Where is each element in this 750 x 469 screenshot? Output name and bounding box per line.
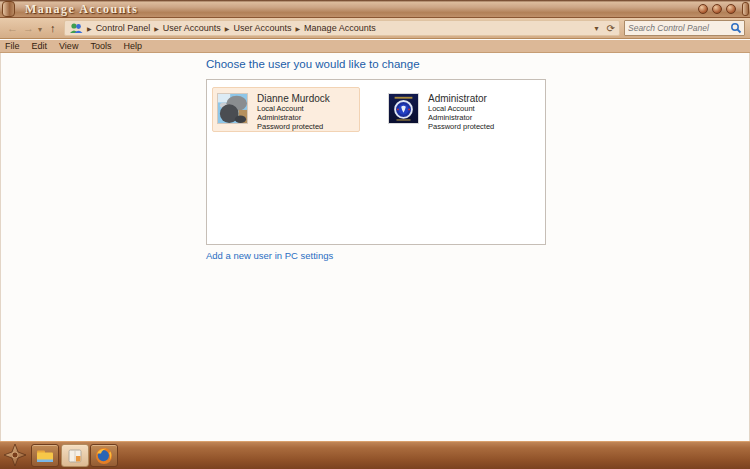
search-icon[interactable] [730, 22, 742, 34]
breadcrumb-separator-icon: ▶ [295, 25, 300, 32]
close-button[interactable] [726, 4, 736, 14]
forward-icon[interactable]: → [23, 21, 34, 35]
breadcrumb-separator-icon: ▶ [225, 25, 230, 32]
menu-tools[interactable]: Tools [90, 41, 120, 51]
window-title: Manage Accounts [25, 2, 139, 17]
titlebar-endcap [742, 2, 749, 16]
breadcrumb-separator-icon: ▶ [87, 25, 92, 32]
user-accounts-icon [69, 22, 83, 34]
recent-pages-chevron-icon[interactable]: ▾ [38, 23, 42, 37]
user-tile-dianne-murdock[interactable]: Dianne Murdock Local Account Administrat… [212, 87, 360, 132]
maximize-button[interactable] [712, 4, 722, 14]
user-password-status: Password protected [428, 123, 494, 132]
refresh-icon[interactable]: ⟳ [607, 23, 615, 34]
breadcrumb: ▶ Control Panel ▶ User Accounts ▶ User A… [64, 20, 620, 36]
taskbar-active-control-panel-button[interactable] [61, 444, 89, 467]
user-avatar-crest [388, 93, 419, 124]
user-avatar-photo [217, 93, 248, 124]
taskbar-firefox-button[interactable] [90, 444, 118, 467]
window-icon [2, 1, 15, 17]
user-list-box: Dianne Murdock Local Account Administrat… [206, 79, 546, 245]
user-tile-administrator[interactable]: Administrator Local Account Administrato… [383, 87, 531, 132]
breadcrumb-separator-icon: ▶ [154, 25, 159, 32]
page-title: Choose the user you would like to change [206, 58, 420, 70]
add-new-user-link[interactable]: Add a new user in PC settings [206, 250, 333, 261]
breadcrumb-item-user-accounts[interactable]: User Accounts [163, 23, 221, 33]
user-password-status: Password protected [257, 123, 330, 132]
breadcrumb-item-manage-accounts[interactable]: Manage Accounts [304, 23, 376, 33]
menu-help[interactable]: Help [123, 41, 151, 51]
title-bar: Manage Accounts [0, 0, 750, 18]
screen: { "window": { "title": "Manage Accounts"… [0, 0, 750, 469]
address-bar: ← → ▾ ↑ ▶ Control Panel ▶ User Accounts … [0, 18, 750, 39]
menu-file[interactable]: File [5, 41, 29, 51]
address-dropdown-chevron-icon[interactable]: ▾ [595, 24, 599, 33]
user-tile-text: Dianne Murdock Local Account Administrat… [257, 93, 330, 126]
menu-edit[interactable]: Edit [32, 41, 57, 51]
minimize-button[interactable] [698, 4, 708, 14]
breadcrumb-item-user-accounts-2[interactable]: User Accounts [233, 23, 291, 33]
taskbar: ENGUK 19:2016/11/2016 [0, 441, 750, 469]
firefox-icon [95, 447, 113, 465]
back-icon[interactable]: ← [7, 21, 18, 35]
search-box [624, 20, 745, 36]
up-icon[interactable]: ↑ [50, 21, 56, 35]
menu-bar: File Edit View Tools Help [0, 40, 750, 53]
start-button-compass-icon[interactable] [3, 443, 27, 467]
user-tile-text: Administrator Local Account Administrato… [428, 93, 494, 126]
control-panel-window-icon [68, 449, 82, 463]
breadcrumb-item-control-panel[interactable]: Control Panel [96, 23, 151, 33]
search-input[interactable] [625, 23, 730, 33]
menu-view[interactable]: View [59, 41, 87, 51]
content-area: Choose the user you would like to change… [0, 53, 750, 441]
file-explorer-icon [36, 449, 54, 463]
taskbar-file-explorer-button[interactable] [31, 444, 59, 467]
